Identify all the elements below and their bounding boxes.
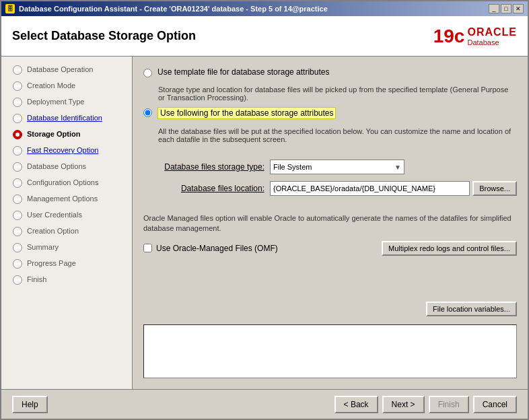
cancel-button[interactable]: Cancel: [473, 396, 517, 413]
radio-following[interactable]: [143, 108, 152, 117]
radio-template[interactable]: [143, 69, 152, 77]
content-spacer: [143, 264, 517, 302]
finish-button[interactable]: Finish: [429, 396, 469, 413]
sidebar-icon-database-identification: [12, 113, 23, 124]
footer-right: < Back Next > Finish Cancel: [334, 396, 517, 413]
title-bar-buttons: _ □ ✕: [489, 4, 524, 13]
sidebar: Database Operation Creation Mode Deploym…: [1, 57, 133, 389]
radio-option-1[interactable]: Use template file for database storage a…: [143, 67, 517, 77]
footer-left: Help: [12, 396, 48, 413]
browse-button[interactable]: Browse...: [472, 181, 517, 196]
storage-type-row: Database files storage type: File System…: [143, 160, 517, 174]
sidebar-icon-creation-option: [12, 226, 23, 237]
sidebar-icon-database-operation: [12, 65, 23, 75]
omf-checkbox-label: Use Oracle-Managed Files (OMF): [156, 244, 278, 253]
radio-following-label: Use following for the database storage a…: [157, 107, 336, 119]
help-button[interactable]: Help: [12, 396, 48, 413]
footer: Help < Back Next > Finish Cancel: [1, 389, 528, 419]
storage-type-select[interactable]: File System ▼: [270, 160, 404, 174]
sidebar-icon-storage-option: [12, 129, 23, 140]
oracle-brand-block: ORACLE Database: [467, 26, 517, 46]
main-area: Database Operation Creation Mode Deploym…: [1, 57, 528, 389]
sidebar-item-finish: Finish: [1, 272, 132, 288]
minimize-button[interactable]: _: [489, 4, 499, 13]
sidebar-item-fast-recovery-option[interactable]: Fast Recovery Option: [1, 143, 132, 159]
window-title: Database Configuration Assistant - Creat…: [19, 5, 328, 13]
sidebar-item-database-options: Database Options: [1, 159, 132, 175]
sidebar-icon-configuration-options: [12, 178, 23, 188]
sidebar-item-progress-page: Progress Page: [1, 256, 132, 272]
bottom-panel: [143, 324, 517, 378]
multiplex-btn-container: Multiplex redo logs and control files...: [282, 241, 517, 256]
main-window: 🗄 Database Configuration Assistant - Cre…: [0, 0, 529, 420]
sidebar-icon-user-credentials: [12, 210, 23, 221]
select-arrow-icon: ▼: [394, 164, 401, 171]
omf-checkbox[interactable]: [143, 244, 152, 252]
sidebar-item-creation-mode: Creation Mode: [1, 78, 132, 94]
header: Select Database Storage Option 19c ORACL…: [1, 16, 528, 57]
sidebar-item-deployment-type: Deployment Type: [1, 94, 132, 110]
oracle-version: 19c: [433, 26, 465, 47]
sidebar-icon-finish: [12, 275, 23, 285]
sidebar-item-database-operation: Database Operation: [1, 62, 132, 78]
title-bar-left: 🗄 Database Configuration Assistant - Cre…: [5, 4, 328, 13]
location-label: Database files location:: [143, 184, 264, 193]
sidebar-icon-summary: [12, 242, 23, 253]
sidebar-item-database-identification[interactable]: Database Identification: [1, 110, 132, 127]
sidebar-item-configuration-options: Configuration Options: [1, 175, 132, 191]
radio-template-description: Storage type and location for database f…: [158, 85, 517, 102]
file-location-row: File location variables...: [143, 302, 517, 316]
sidebar-icon-database-options: [12, 162, 23, 172]
location-row: Database files location: Browse...: [143, 181, 517, 196]
location-control: Browse...: [270, 181, 517, 196]
sidebar-icon-management-options: [12, 194, 23, 205]
next-button[interactable]: Next >: [382, 396, 425, 413]
radio-following-description: All the database files will be put at th…: [158, 127, 517, 143]
page-title: Select Database Storage Option: [12, 29, 196, 43]
file-location-variables-button[interactable]: File location variables...: [426, 302, 517, 316]
storage-type-control: File System ▼: [270, 160, 517, 174]
storage-type-label: Database files storage type:: [143, 162, 264, 172]
omf-row: Use Oracle-Managed Files (OMF) Multiplex…: [143, 241, 517, 256]
sidebar-icon-progress-page: [12, 258, 23, 269]
sidebar-item-user-credentials: User Credentials: [1, 207, 132, 223]
content-area: Use template file for database storage a…: [133, 57, 528, 389]
oracle-logo: 19c ORACLE Database: [433, 26, 517, 47]
oracle-subtitle: Database: [467, 38, 499, 46]
omf-description: Oracle Managed files option will enable …: [143, 213, 517, 234]
sidebar-item-summary: Summary: [1, 240, 132, 256]
oracle-brand: ORACLE: [467, 26, 517, 38]
app-icon: 🗄: [5, 4, 15, 13]
sidebar-item-storage-option: Storage Option: [1, 127, 132, 143]
sidebar-icon-creation-mode: [12, 81, 23, 92]
maximize-button[interactable]: □: [501, 4, 512, 13]
radio-option-2[interactable]: Use following for the database storage a…: [143, 107, 517, 119]
sidebar-icon-fast-recovery-option: [12, 145, 23, 156]
sidebar-item-management-options: Management Options: [1, 191, 132, 207]
title-bar: 🗄 Database Configuration Assistant - Cre…: [1, 1, 528, 16]
sidebar-icon-deployment-type: [12, 97, 23, 108]
multiplex-button[interactable]: Multiplex redo logs and control files...: [382, 241, 517, 256]
location-input[interactable]: [270, 181, 470, 196]
close-button[interactable]: ✕: [513, 4, 524, 13]
storage-form: Database files storage type: File System…: [143, 154, 517, 208]
sidebar-item-creation-option: Creation Option: [1, 223, 132, 240]
storage-type-value: File System: [273, 163, 312, 171]
back-button[interactable]: < Back: [334, 396, 378, 413]
radio-template-label: Use template file for database storage a…: [157, 67, 329, 77]
